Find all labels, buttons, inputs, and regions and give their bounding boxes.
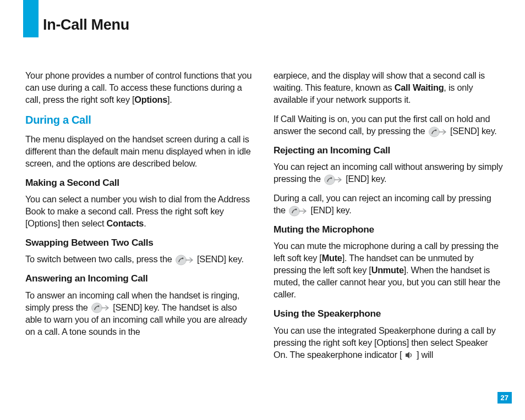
- intro-paragraph: Your phone provides a number of control …: [25, 69, 255, 106]
- column-left: Your phone provides a number of control …: [25, 69, 255, 368]
- end-key-icon: [289, 207, 307, 215]
- swap-text-b: [SEND] key.: [195, 254, 244, 264]
- making-second-call-heading: Making a Second Call: [25, 176, 255, 189]
- muting-mic-heading: Muting the Microphone: [274, 223, 503, 236]
- page-number: 27: [497, 392, 512, 404]
- rejecting-call-heading: Rejecting an Incoming Call: [274, 144, 503, 157]
- second-text-b: .: [144, 218, 146, 228]
- answering-call-text: To answer an incoming call when the hand…: [25, 289, 255, 338]
- send-key-icon: [91, 303, 110, 312]
- mute-bold: Mute: [322, 253, 342, 263]
- call-waiting-text-2: If Call Waiting is on, you can put the f…: [274, 113, 503, 137]
- contacts-bold: Contacts: [106, 218, 144, 228]
- intro-text-b: ].: [167, 95, 172, 104]
- swapping-calls-heading: Swapping Between Two Calls: [25, 236, 255, 249]
- during-a-call-heading: During a Call: [25, 113, 255, 128]
- speakerphone-text: You can use the integrated Speakerphone …: [274, 324, 503, 361]
- header-accent-tab: [23, 0, 39, 37]
- reject-text-a: You can reject an incoming call without …: [274, 162, 502, 184]
- speakerphone-heading: Using the Speakerphone: [274, 307, 503, 320]
- end-key-icon: [324, 175, 342, 184]
- call-waiting-text: earpiece, and the display will show that…: [274, 69, 503, 106]
- reject-text-b: [END] key.: [343, 174, 386, 184]
- answering-call-heading: Answering an Incoming Call: [25, 272, 255, 285]
- send-key-icon: [429, 128, 447, 136]
- speaker-text-a: You can use the integrated Speakerphone …: [274, 325, 496, 360]
- waiting2-text-b: [SEND] key.: [448, 126, 497, 136]
- column-right: earpiece, and the display will show that…: [274, 69, 503, 368]
- swap-text-a: To switch between two calls, press the: [25, 254, 174, 264]
- content-columns: Your phone provides a number of control …: [0, 40, 525, 368]
- speaker-text-b: ] will: [414, 350, 433, 360]
- speaker-icon: [404, 351, 414, 360]
- during-a-call-text: The menu displayed on the handset screen…: [25, 133, 255, 169]
- rejecting-call-text: You can reject an incoming call without …: [274, 161, 503, 185]
- send-key-icon: [176, 256, 194, 264]
- call-waiting-bold: Call Waiting: [395, 82, 444, 92]
- rejecting-call-text-2: During a call, you can reject an incomin…: [274, 192, 503, 216]
- options-bold: Options: [134, 95, 167, 104]
- making-second-call-text: You can select a number you wish to dial…: [25, 193, 255, 229]
- page-title: In-Call Menu: [43, 16, 129, 34]
- reject2-text-b: [END] key.: [308, 205, 351, 215]
- unmute-bold: Unmute: [371, 265, 404, 275]
- muting-mic-text: You can mute the microphone during a cal…: [274, 240, 503, 300]
- swapping-calls-text: To switch between two calls, press the […: [25, 253, 255, 265]
- page-header: In-Call Menu: [0, 0, 525, 40]
